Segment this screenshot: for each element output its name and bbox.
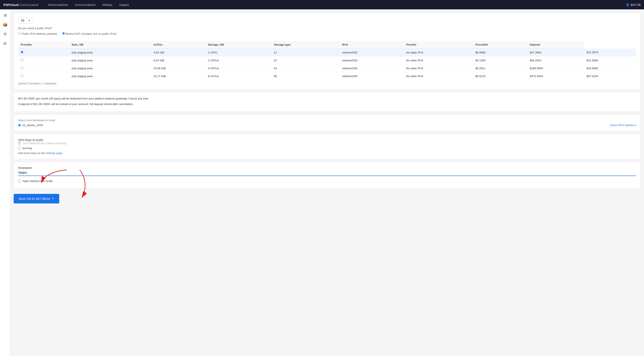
book-vm-label: Book VM for $47.39/mo bbox=[19, 197, 50, 200]
cell-radio[interactable] bbox=[18, 64, 69, 72]
test-key-checkbox[interactable] bbox=[18, 147, 21, 150]
queried-text: Queried 2 providers, 1 responded. bbox=[18, 82, 636, 85]
cell-price-hr: $0.2611 bbox=[473, 64, 527, 72]
ipv4-public-radio[interactable] bbox=[18, 32, 21, 35]
cell-price-30d: $375.4944 bbox=[527, 72, 584, 80]
sidebar: 🖥 📦 ⚙ ⊞ bbox=[0, 9, 10, 356]
hostname-section: Hostname Inject startup bash script bbox=[14, 162, 640, 189]
cell-storage: 11 bbox=[271, 48, 340, 56]
th-provider: Provider bbox=[18, 41, 69, 48]
nav-support[interactable]: Support bbox=[116, 0, 132, 9]
cell-provider: p2p-staging.avax bbox=[69, 48, 151, 56]
quantity-select-wrapper: 10 1 2 5 20 bbox=[18, 17, 32, 24]
hostname-input[interactable] bbox=[18, 170, 636, 176]
cell-storage: 44 bbox=[271, 64, 340, 72]
distro-label: Select Linux distributive to install bbox=[18, 119, 636, 122]
th-storage: Storage, GB bbox=[205, 41, 271, 48]
ipv4-public-label: Public IPv4 address (default) bbox=[22, 32, 57, 35]
pricing-info-section: $47.39 USDC per month (30 days) will be … bbox=[14, 92, 640, 112]
cell-storage-type: networkSSD bbox=[340, 56, 404, 64]
cell-provider: p2p-staging.avax bbox=[69, 64, 151, 72]
th-ipv4: IPv4 bbox=[340, 41, 404, 48]
test-key-option[interactable]: test key bbox=[18, 146, 636, 150]
nav-virtual-machines[interactable]: Virtual machines bbox=[45, 0, 71, 9]
inject-script-checkbox[interactable] bbox=[18, 180, 21, 182]
distro-option-row: v2_ubuntu_2204 Show IPFS hashes ▾ bbox=[18, 124, 636, 127]
quantity-dropdown[interactable]: 10 1 2 5 20 bbox=[18, 17, 32, 24]
book-vm-button[interactable]: Book VM for $47.39/mo + bbox=[14, 194, 59, 204]
cell-storage: 88 bbox=[271, 72, 340, 80]
cell-radio[interactable] bbox=[18, 72, 69, 80]
table-row[interactable]: p2p-staging.avax 8.04 GiB 2 vCPUs 22 net… bbox=[18, 56, 636, 64]
cell-storage: 22 bbox=[271, 56, 340, 64]
show-ipfs-button[interactable]: Show IPFS hashes ▾ bbox=[610, 124, 636, 127]
cell-provider: p2p-staging.avax bbox=[69, 72, 151, 80]
table-row[interactable]: p2p-staging.avax 32.17 GiB 8 vCPUs 88 ne… bbox=[18, 72, 636, 80]
th-vcpus: vCPUs bbox=[151, 41, 205, 48]
pricing-line2: A deposit of $11.06 USDC will be locked … bbox=[18, 102, 636, 106]
sidebar-icon-box[interactable]: 📦 bbox=[2, 21, 8, 28]
cell-deposit: $43.8682 bbox=[584, 64, 636, 72]
ipv4-nat-radio[interactable] bbox=[62, 32, 65, 35]
quantity-section: 10 1 2 5 20 Do you need a public IPv4? P… bbox=[14, 13, 640, 90]
cell-provider: p2p-staging.avax bbox=[69, 56, 151, 64]
cell-radio[interactable] bbox=[18, 48, 69, 56]
vm-table-container: Provider Ram, GB vCPUs Storage, GB Stora… bbox=[18, 41, 636, 85]
cell-price-hr: $0.1309 bbox=[473, 56, 527, 64]
cell-price-30d: $94.2624 bbox=[527, 56, 584, 64]
cell-price-30d: $188.0064 bbox=[527, 64, 584, 72]
cell-price-hr: $0.0658 bbox=[473, 48, 527, 56]
distro-section-inner: Select Linux distributive to install v2_… bbox=[18, 119, 636, 127]
cell-storage-type: networkSSD bbox=[340, 72, 404, 80]
cell-deposit: $21.9946 bbox=[584, 56, 636, 64]
balance-amount: $327.88 bbox=[630, 3, 640, 6]
ipv4-section: Do you need a public IPv4? Public IPv4 a… bbox=[18, 27, 636, 38]
distro-value: v2_ubuntu_2204 bbox=[22, 124, 43, 127]
cell-ipv4: No static IPv4 bbox=[404, 64, 473, 72]
th-price-hr: Price/hr bbox=[404, 41, 473, 48]
th-ram: Ram, GB bbox=[69, 41, 151, 48]
navbar-right: 👤 $327.88 bbox=[626, 3, 640, 6]
vm-table-body: p2p-staging.avax 4.02 GiB 1 vCPU 11 netw… bbox=[18, 48, 636, 80]
ipv4-public-option[interactable]: Public IPv4 address (default) bbox=[18, 32, 57, 35]
cell-deposit: $11.0578 bbox=[584, 48, 636, 56]
table-row[interactable]: p2p-staging.avax 16.08 GiB 4 vCPUs 44 ne… bbox=[18, 64, 636, 72]
user-icon: 👤 bbox=[626, 3, 629, 6]
linux-distro-section: Select Linux distributive to install v2_… bbox=[14, 114, 640, 131]
cell-vcpus: 1 vCPU bbox=[205, 48, 271, 56]
nav-settings[interactable]: Settings bbox=[100, 0, 115, 9]
cell-deposit: $87.6154 bbox=[584, 72, 636, 80]
sidebar-icon-monitor[interactable]: 🖥 bbox=[2, 12, 8, 19]
ipv4-nat-option[interactable]: Behind NAT (cheaper, but no public IPv4) bbox=[62, 32, 116, 35]
ipv4-question: Do you need a public IPv4? bbox=[18, 27, 636, 30]
navbar: P2PCloud Control panel Virtual machines … bbox=[0, 0, 644, 9]
cell-price-hr: $0.5215 bbox=[473, 72, 527, 80]
cell-ram: 4.02 GiB bbox=[151, 48, 205, 56]
cell-price-30d: $47.3904 bbox=[527, 48, 584, 56]
th-price-30d: Price/30d bbox=[473, 41, 527, 48]
brand-panel: Control panel bbox=[20, 3, 38, 6]
cell-storage-type: networkSSD bbox=[340, 48, 404, 56]
nav-links: Virtual machines Account balance Setting… bbox=[45, 0, 626, 9]
add-keys-text: Add more keys on the settings page bbox=[18, 152, 636, 155]
cell-storage-type: networkSSD bbox=[340, 64, 404, 72]
cell-vcpus: 8 vCPUs bbox=[205, 72, 271, 80]
table-row[interactable]: p2p-staging.avax 4.02 GiB 1 vCPU 11 netw… bbox=[18, 48, 636, 56]
table-header-row: Provider Ram, GB vCPUs Storage, GB Stora… bbox=[18, 41, 636, 48]
brand: P2PCloud Control panel bbox=[4, 3, 38, 6]
cell-ram: 32.17 GiB bbox=[151, 72, 205, 80]
sidebar-icon-grid[interactable]: ⊞ bbox=[2, 40, 8, 47]
cell-ipv4: No static IPv4 bbox=[404, 72, 473, 80]
ipfs-chevron-icon: ▾ bbox=[635, 124, 636, 127]
nav-account-balance[interactable]: Account balance bbox=[72, 0, 98, 9]
inject-script-option[interactable]: Inject startup bash script bbox=[18, 180, 636, 182]
settings-page-link[interactable]: settings page bbox=[46, 152, 62, 155]
cell-radio[interactable] bbox=[18, 56, 69, 64]
cell-vcpus: 2 vCPUs bbox=[205, 56, 271, 64]
distro-left: v2_ubuntu_2204 bbox=[18, 124, 43, 127]
inject-script-label: Inject startup bash script bbox=[22, 180, 52, 182]
distro-radio[interactable] bbox=[18, 124, 21, 126]
sidebar-icon-sliders[interactable]: ⚙ bbox=[2, 31, 8, 38]
plus-icon: + bbox=[52, 196, 54, 201]
th-deposit: Deposit bbox=[527, 41, 584, 48]
